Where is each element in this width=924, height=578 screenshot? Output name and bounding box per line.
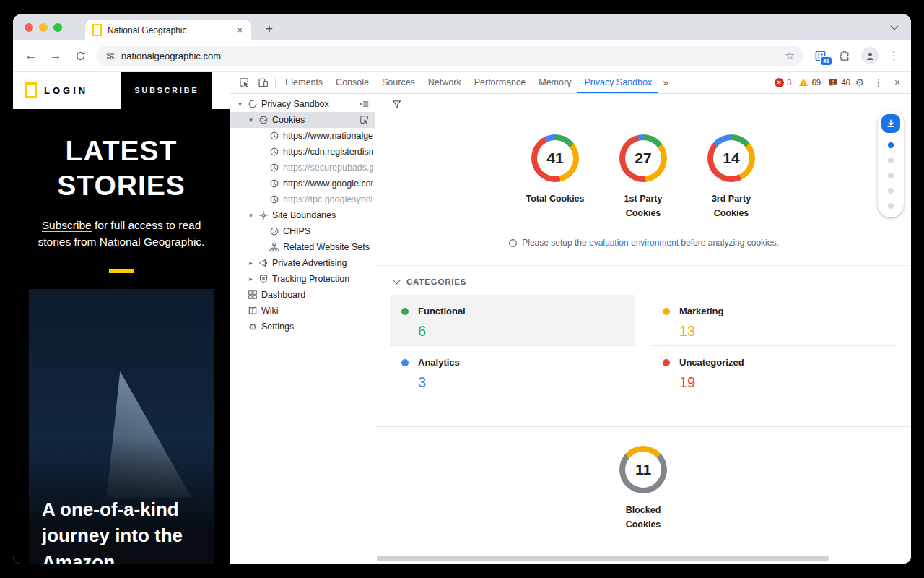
device-toolbar-icon[interactable] [253, 73, 272, 92]
devtools-tab-network[interactable]: Network [422, 72, 468, 93]
section-dot[interactable] [888, 188, 894, 194]
hero-caption: A one-of-a-kind journey into the Amazon [42, 496, 206, 564]
reload-button[interactable] [72, 51, 88, 61]
bookmark-star-icon[interactable]: ☆ [785, 49, 795, 62]
donut-label: 1st Party Cookies [614, 191, 673, 220]
clock-icon [269, 178, 279, 189]
tree-item-https-www-nationalgeo[interactable]: https://www.nationalgeo [230, 128, 375, 144]
url-text: nationalgeographic.com [121, 51, 221, 61]
download-report-button[interactable] [881, 114, 900, 133]
section-divider-2 [375, 426, 911, 427]
collapse-panel-icon[interactable] [359, 99, 370, 109]
tree-item-dashboard[interactable]: Dashboard [230, 287, 375, 303]
devtools-tab-performance[interactable]: Performance [468, 72, 533, 93]
tree-item-https-www-google-com[interactable]: https://www.google.com [230, 176, 375, 191]
devtools-settings-icon[interactable]: ⚙ [850, 73, 869, 92]
category-label: Analytics [418, 357, 460, 368]
close-window-button[interactable] [25, 23, 33, 32]
category-analytics[interactable]: Analytics3 [390, 346, 635, 397]
subscribe-promo-text: Subscribe for full access to read storie… [27, 217, 215, 251]
devtools-tab-elements[interactable]: Elements [279, 72, 329, 93]
login-link[interactable]: LOGIN [44, 85, 88, 96]
console-errors-badge[interactable]: × 3 [775, 78, 791, 87]
tree-item-label: Tracking Protection [272, 274, 349, 284]
profile-avatar[interactable] [861, 47, 879, 64]
shield-icon [258, 274, 269, 284]
section-dot-active[interactable] [888, 142, 894, 148]
tree-item-https-cdn-registerdisne[interactable]: https://cdn.registerdisne [230, 144, 375, 160]
devtools-tab-console[interactable]: Console [329, 72, 375, 93]
tree-item-settings[interactable]: ⚙Settings [230, 319, 375, 335]
category-marketing[interactable]: Marketing13 [651, 295, 897, 346]
privacy-sandbox-tree: ▾Privacy Sandbox▾Cookieshttps://www.nati… [230, 94, 375, 564]
subscribe-inline-link[interactable]: Subscribe [42, 219, 92, 232]
issues-count: 46 [841, 78, 850, 87]
devtools-close-icon[interactable]: × [888, 73, 907, 92]
forward-button[interactable]: → [48, 48, 64, 63]
category-functional[interactable]: Functional6 [390, 295, 635, 346]
site-settings-icon[interactable] [105, 51, 116, 61]
donut-3rd-party-cookies: 143rd Party Cookies [695, 134, 767, 220]
issues-badge[interactable]: 46 [828, 77, 850, 87]
tree-item-cookies[interactable]: ▾Cookies [230, 112, 375, 128]
devtools-tab-sources[interactable]: Sources [375, 72, 422, 93]
address-bar[interactable]: nationalgeographic.com ☆ [97, 46, 803, 66]
tree-item-related-website-sets[interactable]: Related Website Sets [230, 239, 375, 255]
devtools-menu-icon[interactable]: ⋮ [869, 73, 888, 92]
tree-item-tracking-protection[interactable]: ▸Tracking Protection [230, 271, 375, 287]
devtools-tabs: ElementsConsoleSourcesNetworkPerformance… [279, 72, 658, 93]
tree-item-label: https://www.nationalgeo [283, 131, 373, 141]
browser-tab[interactable]: National Geographic × [85, 20, 251, 40]
tree-item-https-securepubads-g[interactable]: https://securepubads.g. [230, 160, 375, 176]
back-button[interactable]: ← [23, 48, 39, 63]
tab-strip: National Geographic × + [13, 14, 911, 40]
donut-blocked-cookies: 11Blocked Cookies [607, 446, 679, 532]
section-dot[interactable] [888, 203, 894, 209]
console-warnings-badge[interactable]: 69 [798, 77, 821, 87]
minimize-window-button[interactable] [39, 23, 48, 32]
natgeo-page: LOGIN SUBSCRIBE LATEST STORIES Subscribe… [13, 72, 230, 564]
expander-open-icon[interactable]: ▾ [247, 116, 255, 124]
more-tabs-icon[interactable]: » [658, 77, 673, 88]
categories-header[interactable]: CATEGORIES [394, 277, 911, 286]
expander-open-icon[interactable]: ▾ [247, 212, 255, 219]
horizontal-scrollbar[interactable] [377, 556, 829, 561]
devtools-tab-memory[interactable]: Memory [532, 72, 578, 93]
category-dot-icon [401, 308, 409, 315]
expander-open-icon[interactable]: ▾ [236, 100, 244, 108]
tab-close-icon[interactable]: × [234, 25, 245, 35]
clock-icon [269, 194, 279, 204]
tree-item-wiki[interactable]: Wiki [230, 303, 375, 319]
devtools-tab-privacy-sandbox[interactable]: Privacy Sandbox [578, 72, 658, 93]
privacy-sandbox-extension-icon[interactable]: 41 [812, 48, 828, 64]
tab-search-chevron-icon[interactable] [888, 20, 901, 33]
hero-image[interactable]: A one-of-a-kind journey into the Amazon [29, 289, 214, 564]
tree-item-site-boundaries[interactable]: ▾Site Boundaries [230, 207, 375, 223]
tree-item-private-advertising[interactable]: ▸Private Advertising [230, 255, 375, 271]
inspect-icon[interactable] [359, 115, 370, 125]
clock-icon [269, 147, 279, 157]
category-count: 19 [679, 374, 889, 391]
section-dot[interactable] [888, 173, 894, 178]
inspect-element-icon[interactable] [235, 73, 253, 92]
category-uncategorized[interactable]: Uncategorized19 [651, 346, 897, 397]
expander-closed-icon[interactable]: ▸ [247, 259, 255, 267]
tree-item-privacy-sandbox[interactable]: ▾Privacy Sandbox [230, 96, 375, 112]
devtools-tabbar: ElementsConsoleSourcesNetworkPerformance… [230, 72, 911, 94]
extensions-puzzle-icon[interactable] [837, 50, 853, 61]
browser-menu-icon[interactable]: ⋮ [887, 49, 901, 62]
issues-icon [828, 77, 838, 87]
categories-grid: Functional6Marketing13Analytics3Uncatego… [390, 295, 897, 397]
subscribe-button[interactable]: SUBSCRIBE [121, 72, 212, 109]
tree-item-https-tpc-googlesyndic[interactable]: https://tpc.googlesyndic [230, 191, 375, 207]
error-icon: × [775, 78, 784, 87]
expander-closed-icon[interactable]: ▸ [247, 275, 255, 282]
evaluation-environment-link[interactable]: evaluation environment [589, 238, 679, 248]
tree-item-label: Related Website Sets [283, 242, 370, 252]
filter-funnel-icon[interactable] [391, 99, 402, 113]
new-tab-button[interactable]: + [261, 22, 277, 36]
section-dot[interactable] [888, 158, 894, 163]
natgeo-logo[interactable] [25, 82, 37, 98]
maximize-window-button[interactable] [53, 23, 62, 32]
tree-item-chips[interactable]: CHIPS [230, 223, 375, 239]
